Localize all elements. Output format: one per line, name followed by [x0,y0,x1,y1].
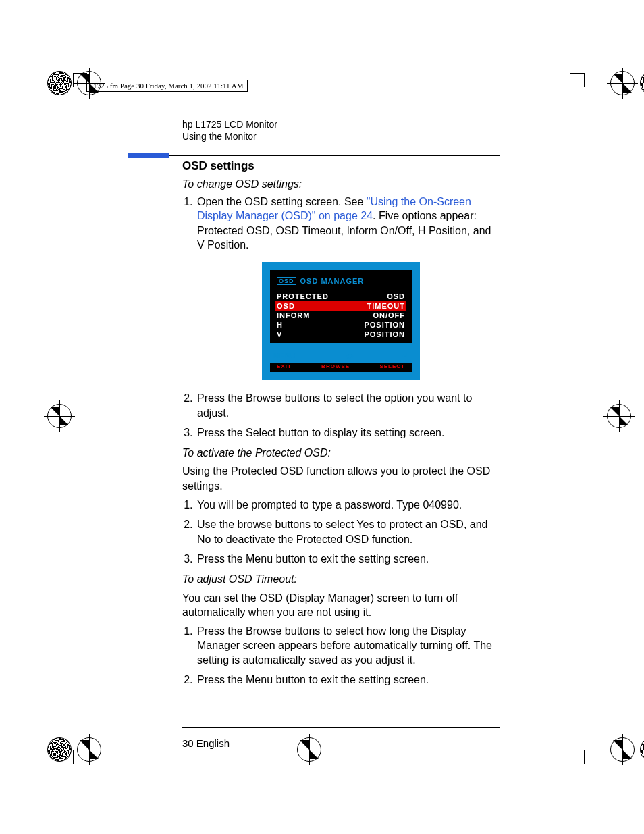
section-title: OSD settings [182,159,500,173]
osd-menu-row: PROTECTEDOSD [277,292,405,301]
running-header: hp L1725 LCD Monitor Using the Monitor [182,118,500,142]
doc-title: hp L1725 LCD Monitor [182,118,500,130]
body-text: You can set the OSD (Display Manager) sc… [182,591,500,620]
steps-change-osd: Open the OSD setting screen. See "Using … [182,194,500,253]
osd-select-label: SELECT [379,363,405,369]
osd-menu-row: OSDTIMEOUT [275,301,406,311]
list-item: Press the Select button to display its s… [196,425,500,440]
list-item: Use the browse buttons to select Yes to … [196,517,500,546]
lead-change-osd: To change OSD settings: [182,177,500,192]
osd-menu-button: MENU [270,350,299,361]
footer-rule [182,727,500,728]
osd-manager-figure: OSD OSD MANAGER PROTECTEDOSDOSDTIMEOUTIN… [262,262,420,380]
doc-chapter: Using the Monitor [182,130,500,142]
lead-protected-osd: To activate the Protected OSD: [182,446,500,461]
steps-osd-timeout: Press the Browse buttons to select how l… [182,624,500,687]
osd-menu-row: HPOSITION [277,320,405,330]
list-item: Open the OSD setting screen. See "Using … [196,194,500,253]
steps-change-osd-cont: Press the Browse buttons to select the o… [182,391,500,440]
list-item: You will be prompted to type a password.… [196,498,500,513]
osd-select-button: ↵ [399,350,412,361]
osd-window-title: OSD MANAGER [300,277,365,285]
list-item: Press the Browse buttons to select how l… [196,624,500,668]
steps-protected-osd: You will be prompted to type a password.… [182,498,500,567]
page-number: 30 English [182,737,230,749]
body-text: Using the Protected OSD function allows … [182,464,500,493]
osd-badge: OSD [277,277,296,285]
list-item: Press the Browse buttons to select the o… [196,391,500,420]
osd-browse-arrows: ‹ › [346,350,352,362]
osd-browse-label: BROWSE [321,363,350,369]
list-item: Press the Menu button to exit the settin… [196,552,500,567]
lead-osd-timeout: To adjust OSD Timeout: [182,572,500,587]
osd-exit-label: EXIT [277,363,292,369]
header-divider [128,153,500,158]
list-item: Press the Menu button to exit the settin… [196,673,500,687]
osd-menu-row: INFORMON/OFF [277,311,405,320]
page-slug: l1725.fm Page 30 Friday, March 1, 2002 1… [86,80,248,92]
osd-menu-row: VPOSITION [277,330,405,339]
